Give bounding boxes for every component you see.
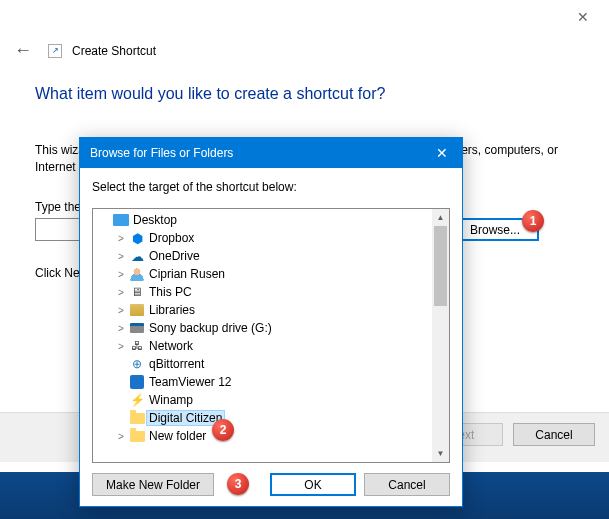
scroll-thumb[interactable] — [434, 226, 447, 306]
chevron-right-icon[interactable]: > — [115, 305, 127, 316]
tree-item-label: Ciprian Rusen — [149, 267, 225, 281]
tree-item-label: Network — [149, 339, 193, 353]
dialog-instruction: Select the target of the shortcut below: — [92, 180, 450, 194]
tree-item[interactable]: >⬢Dropbox — [93, 229, 432, 247]
tree-item[interactable]: TeamViewer 12 — [93, 373, 432, 391]
dialog-cancel-button[interactable]: Cancel — [364, 473, 450, 496]
tree-item[interactable]: Desktop — [93, 211, 432, 229]
tree-item-label: TeamViewer 12 — [149, 375, 232, 389]
scroll-up-icon[interactable]: ▲ — [432, 209, 449, 226]
tree-item-label: New folder — [149, 429, 206, 443]
tree-item[interactable]: >🖥This PC — [93, 283, 432, 301]
tree-item-label: Desktop — [133, 213, 177, 227]
ok-button[interactable]: OK — [270, 473, 356, 496]
annotation-1: 1 — [522, 210, 544, 232]
annotation-3: 3 — [227, 473, 249, 495]
folder-tree[interactable]: Desktop>⬢Dropbox>☁OneDrive>Ciprian Rusen… — [92, 208, 450, 463]
tree-item[interactable]: >Ciprian Rusen — [93, 265, 432, 283]
tree-item[interactable]: >Libraries — [93, 301, 432, 319]
wizard-heading: What item would you like to create a sho… — [35, 85, 385, 103]
close-icon[interactable]: ✕ — [567, 5, 599, 29]
scrollbar[interactable]: ▲ ▼ — [432, 209, 449, 462]
annotation-2: 2 — [212, 419, 234, 441]
shortcut-icon: ↗ — [48, 44, 62, 58]
chevron-right-icon[interactable]: > — [115, 287, 127, 298]
tree-item[interactable]: ⊕qBittorrent — [93, 355, 432, 373]
tree-item[interactable]: >☁OneDrive — [93, 247, 432, 265]
tree-item-label: Dropbox — [149, 231, 194, 245]
tree-item[interactable]: >New folder — [93, 427, 432, 445]
chevron-right-icon[interactable]: > — [115, 323, 127, 334]
tree-item[interactable]: ⚡Winamp — [93, 391, 432, 409]
make-new-folder-button[interactable]: Make New Folder — [92, 473, 214, 496]
tree-item-label: This PC — [149, 285, 192, 299]
browse-dialog: Browse for Files or Folders ✕ Select the… — [79, 137, 463, 507]
chevron-right-icon[interactable]: > — [115, 233, 127, 244]
tree-item-label: OneDrive — [149, 249, 200, 263]
scroll-down-icon[interactable]: ▼ — [432, 445, 449, 462]
chevron-right-icon[interactable]: > — [115, 269, 127, 280]
tree-item-label: Libraries — [149, 303, 195, 317]
dialog-title: Browse for Files or Folders — [90, 146, 233, 160]
tree-item[interactable]: >Sony backup drive (G:) — [93, 319, 432, 337]
tree-item-label: qBittorrent — [149, 357, 204, 371]
tree-item-label: Sony backup drive (G:) — [149, 321, 272, 335]
tree-item-label: Winamp — [149, 393, 193, 407]
cancel-button[interactable]: Cancel — [513, 423, 595, 446]
chevron-right-icon[interactable]: > — [115, 431, 127, 442]
chevron-right-icon[interactable]: > — [115, 251, 127, 262]
tree-item[interactable]: >🖧Network — [93, 337, 432, 355]
dialog-close-icon[interactable]: ✕ — [428, 143, 456, 163]
back-arrow-icon[interactable]: ← — [8, 38, 38, 63]
tree-item[interactable]: Digital Citizen — [93, 409, 432, 427]
chevron-right-icon[interactable]: > — [115, 341, 127, 352]
wizard-title: Create Shortcut — [72, 44, 156, 58]
